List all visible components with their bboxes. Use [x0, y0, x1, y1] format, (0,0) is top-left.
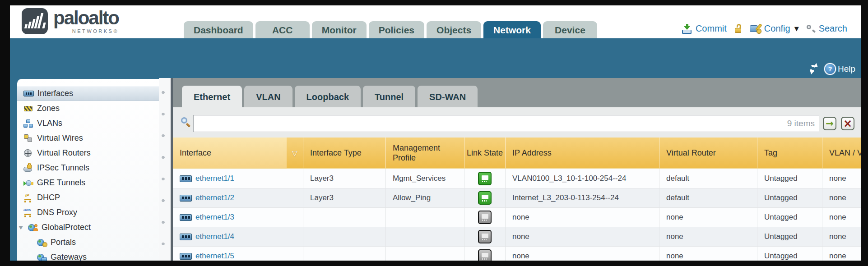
config-icon	[750, 24, 761, 33]
column-header-vlan-vwire[interactable]: VLAN / Virtual Wire	[822, 138, 861, 168]
sub-header-band: ? Help	[10, 38, 861, 78]
sidebar-item-vlans[interactable]: VLANs	[17, 116, 159, 131]
globalprotect-icon	[28, 224, 38, 232]
sidebar-item-dhcp[interactable]: DHCP	[17, 190, 159, 205]
filter-bar: 9 items → ×	[180, 115, 854, 132]
link-state-up-icon[interactable]	[478, 191, 492, 205]
portals-icon	[37, 238, 47, 247]
cell-vlan-vwire: none	[822, 247, 861, 261]
help-link[interactable]: ? Help	[825, 64, 855, 74]
link-state-down-icon[interactable]	[478, 249, 492, 261]
column-header-ip-address[interactable]: IP Address	[506, 138, 659, 168]
column-header-interface-type[interactable]: Interface Type	[303, 138, 386, 168]
cell-management-profile	[386, 208, 464, 227]
paloalto-logo: paloalto NETWORKS®	[22, 8, 119, 34]
sidebar-item-portals[interactable]: Portals	[17, 235, 159, 250]
cell-vlan-vwire: none	[822, 227, 861, 246]
tab-network[interactable]: Network	[483, 21, 541, 38]
tab-vlan[interactable]: VLAN	[244, 86, 292, 107]
sidebar-item-interfaces[interactable]: Interfaces	[17, 86, 159, 101]
link-state-down-icon[interactable]	[478, 230, 492, 243]
expander-icon[interactable]: ▼	[17, 225, 24, 230]
link-state-down-icon[interactable]	[478, 211, 492, 224]
table-row: ethernet1/3 none none Untagged none	[173, 208, 861, 227]
table-row: ethernet1/5 none none Untagged none	[173, 247, 861, 261]
sidebar-splitter[interactable]	[159, 78, 173, 261]
refresh-icon[interactable]	[808, 64, 820, 74]
clear-filter-button[interactable]: ×	[841, 117, 854, 130]
config-menu[interactable]: Config ▼	[750, 23, 799, 34]
zones-icon	[23, 105, 33, 113]
tab-monitor[interactable]: Monitor	[312, 21, 367, 38]
virtual-routers-icon	[23, 149, 33, 157]
ethernet-port-icon	[23, 91, 34, 96]
config-label: Config	[764, 23, 790, 34]
ipsec-tunnels-icon	[23, 164, 33, 172]
column-header-interface[interactable]: Interface	[173, 138, 287, 168]
gateways-icon	[37, 253, 47, 261]
table-header: Interface ▽ Interface Type Management Pr…	[173, 138, 861, 169]
table-row: ethernet1/2 Layer3 Allow_Ping Internet_L…	[173, 188, 861, 208]
interface-link[interactable]: ethernet1/2	[195, 193, 234, 202]
dhcp-icon	[23, 194, 33, 202]
cell-virtual-router: none	[659, 247, 757, 261]
tab-acc[interactable]: ACC	[255, 21, 310, 38]
apply-filter-button[interactable]: →	[823, 117, 836, 130]
tab-sdwan[interactable]: SD-WAN	[418, 86, 478, 107]
tab-ethernet[interactable]: Ethernet	[182, 86, 242, 107]
sort-arrow-icon: ▽	[292, 149, 297, 157]
lock-icon[interactable]	[734, 24, 743, 33]
tab-device[interactable]: Device	[543, 21, 597, 38]
items-count: 9 items	[787, 119, 815, 128]
interface-subtabs: Ethernet VLAN Loopback Tunnel SD-WAN	[182, 86, 478, 107]
tab-policies[interactable]: Policies	[369, 21, 424, 38]
cell-tag: Untagged	[757, 247, 822, 261]
brand-sub: NETWORKS®	[72, 28, 119, 34]
filter-search-icon	[180, 117, 191, 129]
column-header-management-profile[interactable]: Management Profile	[386, 138, 464, 168]
interface-link[interactable]: ethernet1/5	[195, 252, 234, 261]
link-state-up-icon[interactable]	[478, 172, 492, 185]
cell-vlan-vwire: none	[822, 169, 861, 188]
sidebar-item-gateways[interactable]: Gateways	[17, 250, 159, 261]
column-header-virtual-router[interactable]: Virtual Router	[659, 138, 757, 168]
column-header-link-state[interactable]: Link State	[464, 138, 506, 168]
cell-management-profile: Mgmt_Services	[386, 169, 464, 188]
cell-ip-address: none	[506, 227, 659, 246]
chevron-down-icon: ▼	[794, 25, 799, 32]
sidebar-item-gre-tunnels[interactable]: GRE Tunnels	[17, 175, 159, 190]
commit-button[interactable]: Commit	[682, 23, 727, 34]
interfaces-table: Interface ▽ Interface Type Management Pr…	[173, 138, 861, 261]
column-header-tag[interactable]: Tag	[757, 138, 822, 168]
column-sort-menu[interactable]: ▽	[287, 138, 303, 168]
tab-objects[interactable]: Objects	[427, 21, 481, 38]
cell-ip-address: none	[506, 247, 659, 261]
tab-loopback[interactable]: Loopback	[295, 86, 361, 107]
search-button[interactable]: Search	[806, 23, 847, 34]
interface-link[interactable]: ethernet1/4	[195, 232, 234, 241]
sidebar-item-ipsec-tunnels[interactable]: IPSec Tunnels	[17, 161, 159, 175]
top-bar: paloalto NETWORKS® Dashboard ACC Monitor…	[10, 5, 861, 38]
sidebar-item-dns-proxy[interactable]: DNS Proxy	[17, 205, 159, 220]
interface-link[interactable]: ethernet1/3	[195, 213, 234, 222]
gre-tunnels-icon	[23, 179, 33, 187]
sidebar-item-virtual-wires[interactable]: Virtual Wires	[17, 131, 159, 146]
commit-label: Commit	[696, 23, 727, 34]
tab-dashboard[interactable]: Dashboard	[184, 21, 253, 38]
sidebar-item-zones[interactable]: Zones	[17, 101, 159, 116]
sidebar-item-virtual-routers[interactable]: Virtual Routers	[17, 146, 159, 161]
cell-ip-address: none	[506, 208, 659, 227]
interface-link[interactable]: ethernet1/1	[195, 174, 234, 183]
filter-input[interactable]	[193, 115, 819, 132]
cell-ip-address: VLAN0100_L3_10-1-100-254--24	[506, 169, 659, 188]
brand-name: paloalto	[53, 8, 119, 28]
sidebar-item-globalprotect[interactable]: ▼ GlobalProtect	[17, 220, 159, 235]
search-label: Search	[819, 23, 847, 34]
cell-virtual-router: none	[659, 208, 757, 227]
cell-vlan-vwire: none	[822, 208, 861, 227]
cell-vlan-vwire: none	[822, 188, 861, 207]
tab-tunnel[interactable]: Tunnel	[363, 86, 415, 107]
virtual-wires-icon	[23, 134, 33, 142]
table-row: ethernet1/4 none none Untagged none	[173, 227, 861, 247]
cell-tag: Untagged	[757, 227, 822, 246]
